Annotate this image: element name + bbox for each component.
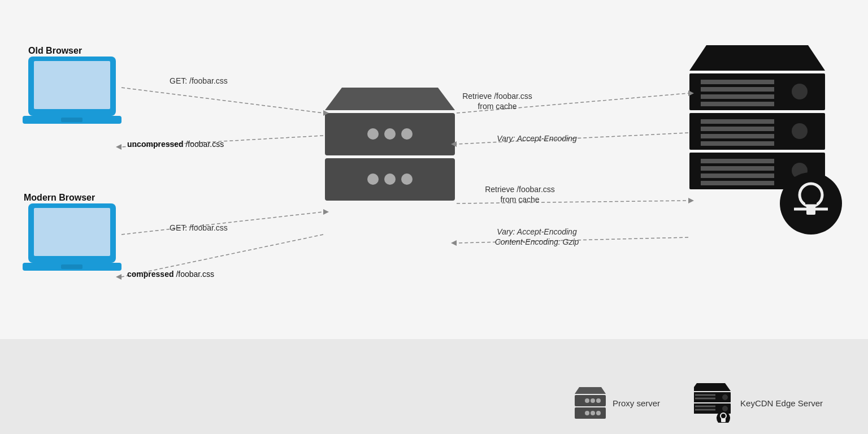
svg-text:from cache: from cache [500,195,539,204]
svg-marker-17 [689,45,825,71]
modern-response-label: compressed /foobar.css [127,270,214,279]
cdn-server-icon [689,45,842,235]
legend: Proxy server KeyCDN [575,383,823,423]
bottom-bar: Vary Header Proxy server [0,339,868,434]
legend-cdn: KeyCDN Edge Server [694,383,823,423]
cdn-retrieve-top-label: Retrieve /foobar.css [462,92,532,101]
vary-bottom-label: Vary: Accept-Encoding [497,227,577,236]
svg-marker-69 [694,383,731,391]
svg-line-54 [457,201,688,203]
svg-text:from cache: from cache [478,102,517,111]
old-get-label: GET: /foobar.css [170,76,228,85]
svg-marker-55 [688,198,694,203]
svg-rect-80 [721,418,726,422]
svg-point-16 [401,173,413,185]
proxy-legend-icon [575,386,606,420]
cdn-legend-label: KeyCDN Edge Server [740,398,823,408]
svg-marker-46 [323,209,329,215]
svg-point-67 [591,411,595,415]
diagram-area: Old Browser Modern Browser [0,0,868,339]
svg-point-77 [722,406,728,411]
svg-marker-58 [451,240,457,246]
modern-browser-icon [23,203,121,271]
modern-get-label: GET: /foobar.css [170,223,228,232]
svg-text:Content-Encoding: Gzip: Content-Encoding: Gzip [495,237,579,246]
svg-line-41 [121,88,323,113]
svg-point-15 [384,173,396,185]
svg-point-73 [722,394,728,400]
svg-point-68 [596,411,601,415]
old-browser-label: Old Browser [28,46,82,55]
svg-point-62 [585,398,589,403]
svg-marker-48 [116,274,121,280]
svg-point-29 [792,123,808,139]
modern-browser-label: Modern Browser [24,193,95,202]
svg-rect-1 [34,61,110,109]
svg-point-66 [585,411,589,415]
svg-marker-44 [116,144,121,150]
svg-marker-60 [575,387,606,394]
svg-rect-61 [575,395,606,406]
proxy-legend-label: Proxy server [613,398,660,408]
svg-rect-5 [34,208,110,256]
svg-point-23 [792,84,808,99]
cdn-legend-icon [694,383,734,423]
old-browser-icon [23,57,121,124]
svg-rect-3 [61,118,83,122]
svg-point-12 [401,128,413,140]
cdn-retrieve-bottom-label: Retrieve /foobar.css [485,185,555,194]
legend-proxy: Proxy server [575,386,660,420]
svg-point-63 [591,398,595,403]
svg-point-14 [367,173,379,185]
vary-top-label: Vary: Accept-Encoding [497,134,577,143]
svg-rect-7 [61,264,83,269]
svg-point-64 [596,398,601,403]
svg-point-10 [367,128,379,140]
old-response-label: uncompressed /foobar.css [127,140,224,149]
svg-marker-8 [325,88,455,110]
proxy-server-icon [325,88,455,201]
svg-rect-65 [575,407,606,419]
svg-point-11 [384,128,396,140]
